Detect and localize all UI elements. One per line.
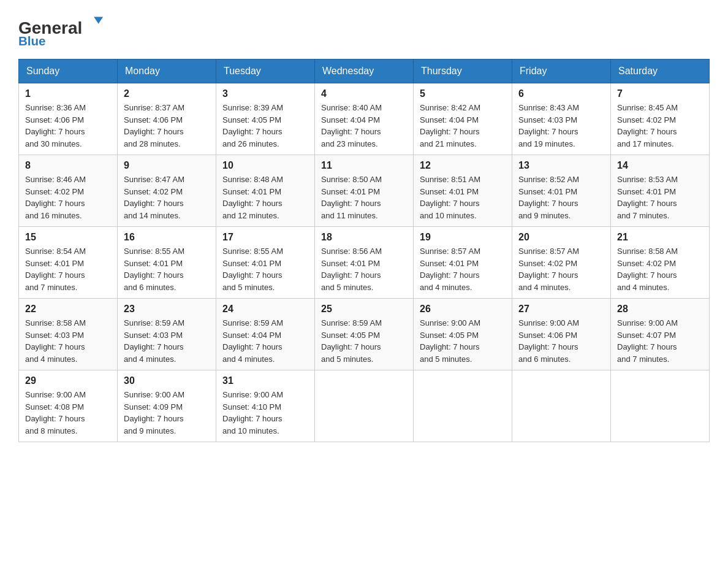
calendar-day-cell: 14 Sunrise: 8:53 AM Sunset: 4:01 PM Dayl… xyxy=(611,155,710,227)
calendar-day-cell: 18 Sunrise: 8:56 AM Sunset: 4:01 PM Dayl… xyxy=(315,227,414,299)
day-number: 10 xyxy=(222,160,308,171)
calendar-day-cell: 1 Sunrise: 8:36 AM Sunset: 4:06 PM Dayli… xyxy=(19,83,118,155)
weekday-header-wednesday: Wednesday xyxy=(315,59,414,83)
weekday-header-thursday: Thursday xyxy=(414,59,512,83)
day-number: 5 xyxy=(420,88,506,99)
day-info: Sunrise: 9:00 AM Sunset: 4:08 PM Dayligh… xyxy=(25,389,111,437)
calendar-day-cell: 6 Sunrise: 8:43 AM Sunset: 4:03 PM Dayli… xyxy=(512,83,611,155)
day-number: 24 xyxy=(222,304,308,315)
calendar-day-cell: 24 Sunrise: 8:59 AM Sunset: 4:04 PM Dayl… xyxy=(216,299,315,370)
calendar-day-cell: 31 Sunrise: 9:00 AM Sunset: 4:10 PM Dayl… xyxy=(216,370,315,442)
day-number: 1 xyxy=(25,88,111,99)
day-info: Sunrise: 8:43 AM Sunset: 4:03 PM Dayligh… xyxy=(518,102,604,150)
day-info: Sunrise: 8:36 AM Sunset: 4:06 PM Dayligh… xyxy=(25,102,111,150)
calendar-day-cell: 11 Sunrise: 8:50 AM Sunset: 4:01 PM Dayl… xyxy=(315,155,414,227)
calendar-day-cell: 26 Sunrise: 9:00 AM Sunset: 4:05 PM Dayl… xyxy=(414,299,512,370)
svg-text:Blue: Blue xyxy=(18,34,45,47)
calendar-day-cell: 4 Sunrise: 8:40 AM Sunset: 4:04 PM Dayli… xyxy=(315,83,414,155)
day-number: 6 xyxy=(518,88,604,99)
day-number: 3 xyxy=(222,88,308,99)
calendar-day-cell: 9 Sunrise: 8:47 AM Sunset: 4:02 PM Dayli… xyxy=(118,155,216,227)
day-number: 23 xyxy=(124,304,210,315)
day-info: Sunrise: 9:00 AM Sunset: 4:05 PM Dayligh… xyxy=(420,317,506,365)
day-info: Sunrise: 9:00 AM Sunset: 4:06 PM Dayligh… xyxy=(518,317,604,365)
calendar-day-cell: 2 Sunrise: 8:37 AM Sunset: 4:06 PM Dayli… xyxy=(118,83,216,155)
day-number: 4 xyxy=(321,88,407,99)
calendar-day-cell: 5 Sunrise: 8:42 AM Sunset: 4:04 PM Dayli… xyxy=(414,83,512,155)
day-number: 22 xyxy=(25,304,111,315)
day-info: Sunrise: 9:00 AM Sunset: 4:09 PM Dayligh… xyxy=(124,389,210,437)
day-number: 16 xyxy=(124,232,210,243)
day-number: 18 xyxy=(321,232,407,243)
calendar-day-cell: 27 Sunrise: 9:00 AM Sunset: 4:06 PM Dayl… xyxy=(512,299,611,370)
day-number: 21 xyxy=(617,232,703,243)
calendar-day-cell: 7 Sunrise: 8:45 AM Sunset: 4:02 PM Dayli… xyxy=(611,83,710,155)
day-info: Sunrise: 8:59 AM Sunset: 4:04 PM Dayligh… xyxy=(222,317,308,365)
day-info: Sunrise: 8:48 AM Sunset: 4:01 PM Dayligh… xyxy=(222,174,308,221)
calendar-day-cell xyxy=(414,370,512,442)
weekday-header-friday: Friday xyxy=(512,59,611,83)
day-number: 13 xyxy=(518,160,604,171)
calendar-day-cell: 20 Sunrise: 8:57 AM Sunset: 4:02 PM Dayl… xyxy=(512,227,611,299)
day-info: Sunrise: 8:47 AM Sunset: 4:02 PM Dayligh… xyxy=(124,174,210,221)
calendar-day-cell: 23 Sunrise: 8:59 AM Sunset: 4:03 PM Dayl… xyxy=(118,299,216,370)
calendar-day-cell: 17 Sunrise: 8:55 AM Sunset: 4:01 PM Dayl… xyxy=(216,227,315,299)
day-number: 17 xyxy=(222,232,308,243)
day-info: Sunrise: 8:52 AM Sunset: 4:01 PM Dayligh… xyxy=(518,174,604,221)
day-number: 29 xyxy=(25,375,111,386)
weekday-header-tuesday: Tuesday xyxy=(216,59,315,83)
day-info: Sunrise: 8:50 AM Sunset: 4:01 PM Dayligh… xyxy=(321,174,407,221)
calendar-day-cell xyxy=(315,370,414,442)
calendar-day-cell: 19 Sunrise: 8:57 AM Sunset: 4:01 PM Dayl… xyxy=(414,227,512,299)
day-number: 14 xyxy=(617,160,703,171)
calendar-day-cell: 25 Sunrise: 8:59 AM Sunset: 4:05 PM Dayl… xyxy=(315,299,414,370)
calendar-table: SundayMondayTuesdayWednesdayThursdayFrid… xyxy=(18,59,710,442)
calendar-day-cell: 12 Sunrise: 8:51 AM Sunset: 4:01 PM Dayl… xyxy=(414,155,512,227)
day-info: Sunrise: 8:57 AM Sunset: 4:02 PM Dayligh… xyxy=(518,245,604,293)
calendar-day-cell: 22 Sunrise: 8:58 AM Sunset: 4:03 PM Dayl… xyxy=(19,299,118,370)
day-info: Sunrise: 8:55 AM Sunset: 4:01 PM Dayligh… xyxy=(222,245,308,293)
day-info: Sunrise: 9:00 AM Sunset: 4:07 PM Dayligh… xyxy=(617,317,703,365)
day-info: Sunrise: 8:56 AM Sunset: 4:01 PM Dayligh… xyxy=(321,245,407,293)
day-number: 20 xyxy=(518,232,604,243)
day-number: 9 xyxy=(124,160,210,171)
logo: General Blue xyxy=(18,12,104,47)
logo-svg: General Blue xyxy=(18,12,104,47)
day-info: Sunrise: 8:59 AM Sunset: 4:05 PM Dayligh… xyxy=(321,317,407,365)
day-info: Sunrise: 8:54 AM Sunset: 4:01 PM Dayligh… xyxy=(25,245,111,293)
day-info: Sunrise: 8:39 AM Sunset: 4:05 PM Dayligh… xyxy=(222,102,308,150)
day-info: Sunrise: 8:59 AM Sunset: 4:03 PM Dayligh… xyxy=(124,317,210,365)
day-info: Sunrise: 8:40 AM Sunset: 4:04 PM Dayligh… xyxy=(321,102,407,150)
calendar-day-cell: 30 Sunrise: 9:00 AM Sunset: 4:09 PM Dayl… xyxy=(118,370,216,442)
weekday-header-saturday: Saturday xyxy=(611,59,710,83)
calendar-day-cell: 3 Sunrise: 8:39 AM Sunset: 4:05 PM Dayli… xyxy=(216,83,315,155)
calendar-day-cell: 8 Sunrise: 8:46 AM Sunset: 4:02 PM Dayli… xyxy=(19,155,118,227)
calendar-day-cell xyxy=(611,370,710,442)
day-info: Sunrise: 8:45 AM Sunset: 4:02 PM Dayligh… xyxy=(617,102,703,150)
day-number: 30 xyxy=(124,375,210,386)
svg-marker-1 xyxy=(94,17,103,23)
day-number: 27 xyxy=(518,304,604,315)
day-info: Sunrise: 8:37 AM Sunset: 4:06 PM Dayligh… xyxy=(124,102,210,150)
day-info: Sunrise: 8:51 AM Sunset: 4:01 PM Dayligh… xyxy=(420,174,506,221)
calendar-day-cell: 21 Sunrise: 8:58 AM Sunset: 4:02 PM Dayl… xyxy=(611,227,710,299)
weekday-header-row: SundayMondayTuesdayWednesdayThursdayFrid… xyxy=(19,59,710,83)
day-number: 12 xyxy=(420,160,506,171)
calendar-day-cell: 13 Sunrise: 8:52 AM Sunset: 4:01 PM Dayl… xyxy=(512,155,611,227)
calendar-week-row: 15 Sunrise: 8:54 AM Sunset: 4:01 PM Dayl… xyxy=(19,227,710,299)
weekday-header-monday: Monday xyxy=(118,59,216,83)
day-info: Sunrise: 8:57 AM Sunset: 4:01 PM Dayligh… xyxy=(420,245,506,293)
day-number: 15 xyxy=(25,232,111,243)
calendar-week-row: 22 Sunrise: 8:58 AM Sunset: 4:03 PM Dayl… xyxy=(19,299,710,370)
calendar-day-cell: 29 Sunrise: 9:00 AM Sunset: 4:08 PM Dayl… xyxy=(19,370,118,442)
calendar-week-row: 8 Sunrise: 8:46 AM Sunset: 4:02 PM Dayli… xyxy=(19,155,710,227)
calendar-day-cell: 28 Sunrise: 9:00 AM Sunset: 4:07 PM Dayl… xyxy=(611,299,710,370)
day-number: 8 xyxy=(25,160,111,171)
day-number: 19 xyxy=(420,232,506,243)
day-number: 26 xyxy=(420,304,506,315)
day-info: Sunrise: 8:53 AM Sunset: 4:01 PM Dayligh… xyxy=(617,174,703,221)
calendar-day-cell: 15 Sunrise: 8:54 AM Sunset: 4:01 PM Dayl… xyxy=(19,227,118,299)
day-info: Sunrise: 8:58 AM Sunset: 4:02 PM Dayligh… xyxy=(617,245,703,293)
calendar-day-cell: 16 Sunrise: 8:55 AM Sunset: 4:01 PM Dayl… xyxy=(118,227,216,299)
page-header: General Blue xyxy=(18,12,710,47)
